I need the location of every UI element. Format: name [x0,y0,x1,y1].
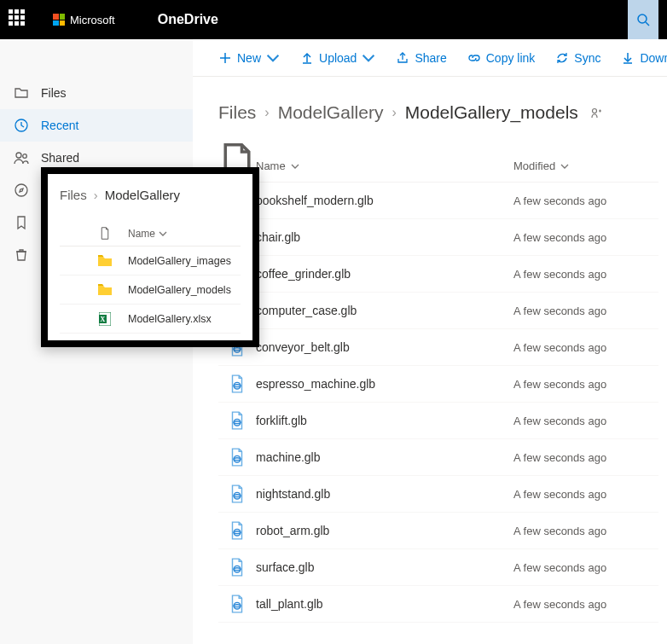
file-row[interactable]: conveyor_belt.glbA few seconds ago [218,329,658,366]
file-name: tall_plant.glb [256,597,513,611]
file-row[interactable]: chair.glbA few seconds ago [218,219,658,256]
people-icon [14,150,29,165]
popup-item-name: ModelGallery_models [128,284,231,296]
file-row[interactable]: espresso_machine.glbA few seconds ago [218,366,658,403]
copy-link-button[interactable]: Copy link [459,39,544,76]
nav-recent[interactable]: Recent [0,109,193,142]
share-icon [396,51,409,65]
glb-file-icon [218,521,256,540]
glb-file-icon [218,558,256,577]
glb-file-icon [218,448,256,467]
nav-shared-label: Shared [41,151,79,165]
permissions-icon[interactable] [590,107,602,119]
popup-col-name-label: Name [128,228,155,240]
chevron-right-icon: › [264,105,269,120]
popup-breadcrumb: Files › ModelGallery [60,188,241,202]
chevron-right-icon: › [94,188,98,202]
file-row[interactable]: surface.glbA few seconds ago [218,549,658,586]
app-launcher-icon[interactable] [9,9,29,30]
svg-point-12 [15,184,27,196]
chevron-right-icon: › [392,105,396,120]
chevron-down-icon [159,229,167,238]
column-modified[interactable]: Modified [513,160,658,172]
file-name: robot_arm.glb [256,524,513,537]
file-row[interactable]: tall_plant.glbA few seconds ago [218,586,658,623]
file-row[interactable]: computer_case.glbA few seconds ago [218,293,658,329]
popup-row[interactable]: XModelGallery.xlsx [60,305,241,334]
popup-col-type[interactable] [82,227,128,240]
file-modified: A few seconds ago [513,598,658,611]
file-name: coffee_grinder.glb [256,267,513,281]
file-name: espresso_machine.glb [256,377,513,391]
download-button[interactable]: Download [612,39,667,76]
nav-files[interactable]: Files [0,77,193,109]
file-row[interactable]: machine.glbA few seconds ago [218,439,658,476]
sync-icon [555,51,569,65]
link-icon [467,51,481,65]
new-button[interactable]: New [210,39,288,76]
nav-recent-label: Recent [41,119,78,132]
file-row[interactable]: robot_arm.glbA few seconds ago [218,513,658,549]
download-label: Download [640,51,667,65]
microsoft-label: Microsoft [70,14,115,26]
upload-button[interactable]: Upload [292,39,384,76]
file-row[interactable]: forklift.glbA few seconds ago [218,403,658,439]
column-name[interactable]: Name [256,160,513,172]
popup-row[interactable]: ModelGallery_models [60,276,241,305]
popup-item-name: ModelGallery.xlsx [128,313,212,325]
file-row[interactable]: nightstand.glbA few seconds ago [218,476,658,513]
trash-icon [14,247,29,263]
file-modified: A few seconds ago [513,305,658,317]
microsoft-logo-icon [53,14,65,26]
popup-row[interactable]: ModelGallery_images [60,247,241,276]
upload-icon [300,51,314,65]
glb-file-icon [218,484,256,503]
new-label: New [237,51,261,65]
chevron-down-icon [362,51,375,65]
file-modified: A few seconds ago [513,194,658,207]
file-name: conveyor_belt.glb [256,340,513,354]
copy-link-label: Copy link [486,51,536,65]
column-headers: Name Modified [218,150,658,183]
chevron-down-icon [266,51,280,65]
glb-file-icon [218,595,256,613]
recent-icon [14,118,29,133]
file-modified: A few seconds ago [513,488,658,501]
chevron-down-icon [291,162,299,171]
file-modified: A few seconds ago [513,415,658,427]
sync-button[interactable]: Sync [547,39,609,76]
main-content: Files › ModelGallery › ModelGallery_mode… [193,77,667,644]
file-modified: A few seconds ago [513,561,658,574]
file-row[interactable]: coffee_grinder.glbA few seconds ago [218,256,658,293]
popup-list: ModelGallery_imagesModelGallery_modelsXM… [60,247,241,334]
glb-file-icon [218,374,256,393]
svg-marker-13 [20,189,23,192]
file-modified: A few seconds ago [513,231,658,244]
file-modified: A few seconds ago [513,451,658,464]
microsoft-logo: Microsoft [53,14,115,26]
file-type-icon [100,227,110,240]
popup-col-name[interactable]: Name [128,228,241,240]
plus-icon [218,51,232,65]
breadcrumb-root[interactable]: Files [218,102,256,123]
file-modified: A few seconds ago [513,268,658,281]
breadcrumb-current: ModelGallery_models [405,102,578,123]
popup-bc-root[interactable]: Files [60,188,87,202]
breadcrumb: Files › ModelGallery › ModelGallery_mode… [218,102,658,123]
svg-point-0 [638,15,647,23]
glb-file-icon [218,411,256,430]
file-row[interactable]: bookshelf_modern.glbA few seconds ago [218,183,658,219]
column-name-label: Name [256,160,286,172]
search-button[interactable] [628,0,658,39]
excel-file-icon: X [82,312,128,326]
column-modified-label: Modified [513,160,555,172]
svg-point-11 [23,154,27,159]
sync-label: Sync [574,51,600,65]
breadcrumb-mid[interactable]: ModelGallery [278,102,384,123]
global-header: Microsoft OneDrive [0,0,667,39]
svg-point-10 [16,153,21,158]
share-button[interactable]: Share [387,39,455,76]
folder-outline-icon [14,85,29,101]
popup-column-headers: Name [60,221,241,247]
file-modified: A few seconds ago [513,378,658,391]
